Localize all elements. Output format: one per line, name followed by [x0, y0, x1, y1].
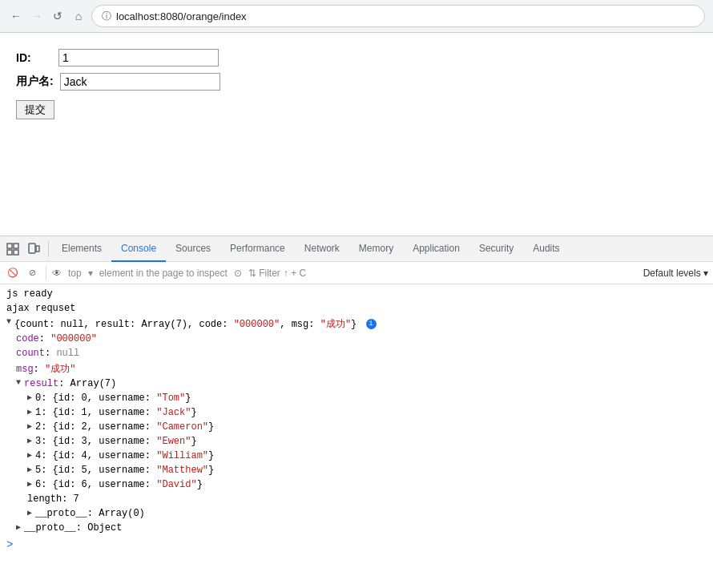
forward-button[interactable]: → — [29, 8, 45, 24]
back-button[interactable]: ← — [8, 8, 24, 24]
url-display: localhost:8080/orange/index — [116, 10, 247, 22]
address-bar[interactable]: ⓘ localhost:8080/orange/index — [91, 5, 705, 27]
home-button[interactable]: ⌂ — [70, 8, 87, 24]
lock-icon: ⓘ — [102, 10, 111, 23]
id-row: ID: — [16, 49, 697, 66]
id-input[interactable] — [58, 49, 219, 66]
browser-chrome: ← → ↺ ⌂ ⓘ localhost:8080/orange/index — [0, 0, 713, 33]
browser-toolbar: ← → ↺ ⌂ ⓘ localhost:8080/orange/index — [0, 0, 713, 32]
submit-button[interactable]: 提交 — [16, 100, 54, 119]
submit-row: 提交 — [16, 97, 697, 119]
id-label: ID: — [16, 51, 52, 64]
reload-button[interactable]: ↺ — [50, 8, 66, 24]
page-content: ID: 用户名: 提交 — [0, 33, 713, 142]
username-label: 用户名: — [16, 75, 54, 89]
username-input[interactable] — [60, 73, 220, 91]
username-row: 用户名: — [16, 73, 697, 91]
